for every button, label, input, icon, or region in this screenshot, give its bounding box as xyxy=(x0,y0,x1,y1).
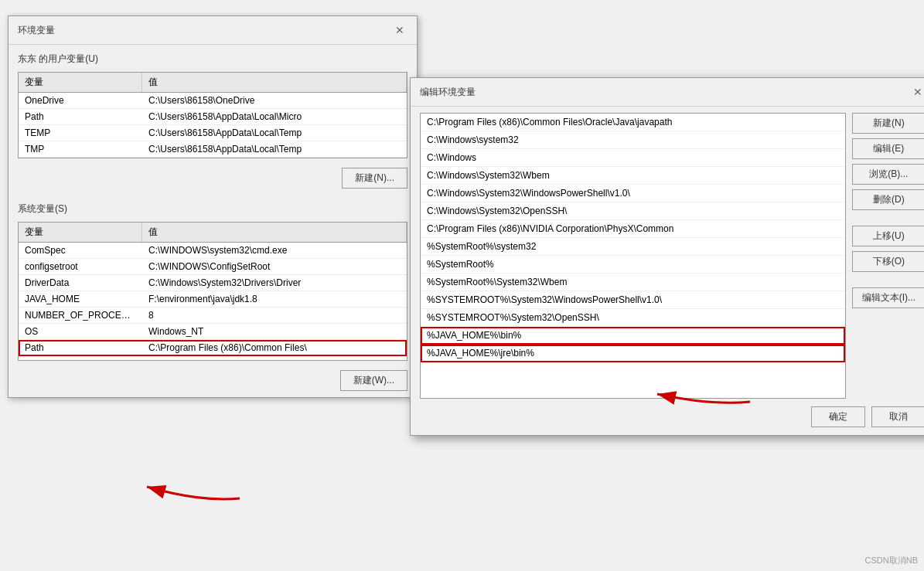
system-row-val: .COM;.EXE;.BAT;.CMD;.VBS;.VBE;.JS;.JS xyxy=(142,356,407,361)
user-table-body: OneDrive C:\Users\86158\OneDrive Path C:… xyxy=(19,93,407,158)
edit-browse-btn[interactable]: 浏览(B)... xyxy=(852,164,924,185)
env-dialog-titlebar: 环境变量 ✕ xyxy=(9,16,417,45)
system-row-var: ComSpec xyxy=(19,243,142,258)
system-table-row[interactable]: configsetroot C:\WINDOWS\ConfigSetRoot xyxy=(19,259,407,275)
system-table-row[interactable]: OS Windows_NT xyxy=(19,324,407,340)
system-section-label: 系统变量(S) xyxy=(9,195,417,219)
env-dialog-title: 环境变量 xyxy=(18,24,55,37)
system-row-val: 8 xyxy=(142,308,407,323)
system-row-val: C:\WINDOWS\system32\cmd.exe xyxy=(142,243,407,258)
system-row-var: Path xyxy=(19,340,142,355)
red-arrow-left xyxy=(108,464,247,510)
edit-path-item[interactable]: C:\Windows\System32\OpenSSH\ xyxy=(421,202,845,220)
user-row-var: TMP xyxy=(19,141,142,157)
user-row-val: C:\Users\86158\AppData\Local\Temp xyxy=(142,125,407,141)
edit-new-btn[interactable]: 新建(N) xyxy=(852,113,924,134)
user-row-val: C:\Users\86158\OneDrive xyxy=(142,93,407,108)
user-new-btn[interactable]: 新建(N)... xyxy=(342,168,407,189)
user-row-var: TEMP xyxy=(19,125,142,141)
edit-path-item[interactable]: C:\Windows\System32\WindowsPowerShell\v1… xyxy=(421,185,845,202)
system-row-val: C:\Program Files (x86)\Common Files\ xyxy=(142,340,407,355)
system-table-body: ComSpec C:\WINDOWS\system32\cmd.exe conf… xyxy=(19,243,407,361)
system-row-val: F:\environment\java\jdk1.8 xyxy=(142,291,407,307)
system-row-var: configsetroot xyxy=(19,259,142,274)
system-row-var: PATHEXT xyxy=(19,356,142,361)
system-new-btn[interactable]: 新建(W)... xyxy=(340,370,407,391)
system-row-val: C:\Windows\System32\Drivers\Driver xyxy=(142,275,407,291)
edit-dialog: 编辑环境变量 ✕ C:\Program Files (x86)\Common F… xyxy=(410,77,924,436)
system-row-var: JAVA_HOME xyxy=(19,291,142,307)
user-table-row[interactable]: OneDrive C:\Users\86158\OneDrive xyxy=(19,93,407,109)
system-dialog-footer: 新建(W)... xyxy=(9,364,417,397)
system-table-row[interactable]: Path C:\Program Files (x86)\Common Files… xyxy=(19,340,407,356)
system-col-var-header: 变量 xyxy=(19,223,142,242)
edit-path-item[interactable]: %SystemRoot%\System32\Wbem xyxy=(421,274,845,291)
system-table-row[interactable]: ComSpec C:\WINDOWS\system32\cmd.exe xyxy=(19,243,407,259)
edit-dialog-close[interactable]: ✕ xyxy=(910,84,924,100)
edit-path-item[interactable]: %SystemRoot%\system32 xyxy=(421,238,845,256)
env-dialog-close[interactable]: ✕ xyxy=(392,22,407,38)
edit-ok-btn[interactable]: 确定 xyxy=(811,406,865,427)
env-dialog: 环境变量 ✕ 东东 的用户变量(U) 变量 值 OneDrive C:\User… xyxy=(8,15,418,398)
edit-path-item[interactable]: C:\Windows\System32\Wbem xyxy=(421,167,845,185)
edit-path-item[interactable]: C:\Program Files (x86)\Common Files\Orac… xyxy=(421,114,845,131)
system-table-row[interactable]: DriverData C:\Windows\System32\Drivers\D… xyxy=(19,275,407,291)
system-table-row[interactable]: PATHEXT .COM;.EXE;.BAT;.CMD;.VBS;.VBE;.J… xyxy=(19,356,407,361)
edit-path-item[interactable]: %SystemRoot% xyxy=(421,256,845,274)
edit-dialog-titlebar: 编辑环境变量 ✕ xyxy=(411,78,924,107)
edit-edittext-btn[interactable]: 编辑文本(I)... xyxy=(852,287,924,308)
edit-movedown-btn[interactable]: 下移(O) xyxy=(852,251,924,272)
system-table-row[interactable]: NUMBER_OF_PROCESSORS 8 xyxy=(19,308,407,324)
edit-path-item[interactable]: C:\Windows\system32 xyxy=(421,131,845,149)
edit-path-item[interactable]: %SYSTEMROOT%\System32\OpenSSH\ xyxy=(421,309,845,327)
user-table-row[interactable]: TMP C:\Users\86158\AppData\Local\Temp xyxy=(19,141,407,158)
edit-moveup-btn[interactable]: 上移(U) xyxy=(852,226,924,246)
user-row-var: OneDrive xyxy=(19,93,142,108)
edit-buttons-panel: 新建(N) 编辑(E) 浏览(B)... 删除(D) 上移(U) 下移(O) 编… xyxy=(852,113,924,399)
edit-path-item[interactable]: %SYSTEMROOT%\System32\WindowsPowerShell\… xyxy=(421,291,845,309)
csdn-watermark: CSDN取消NB xyxy=(865,555,918,566)
user-table-row[interactable]: Path C:\Users\86158\AppData\Local\Micro xyxy=(19,109,407,125)
system-row-var: NUMBER_OF_PROCESSORS xyxy=(19,308,142,323)
edit-path-item[interactable]: %JAVA_HOME%\jre\bin% xyxy=(421,345,845,362)
edit-path-item[interactable]: C:\Windows xyxy=(421,149,845,167)
edit-path-item[interactable]: %JAVA_HOME%\bin% xyxy=(421,327,845,345)
system-table: 变量 值 ComSpec C:\WINDOWS\system32\cmd.exe… xyxy=(18,222,407,361)
user-dialog-footer: 新建(N)... xyxy=(9,161,417,195)
system-table-row[interactable]: JAVA_HOME F:\environment\java\jdk1.8 xyxy=(19,291,407,308)
edit-path-list: C:\Program Files (x86)\Common Files\Orac… xyxy=(420,113,846,399)
user-row-var: Path xyxy=(19,109,142,124)
system-row-var: OS xyxy=(19,324,142,339)
system-row-val: C:\WINDOWS\ConfigSetRoot xyxy=(142,259,407,274)
user-col-val-header: 值 xyxy=(142,73,407,92)
system-row-val: Windows_NT xyxy=(142,324,407,339)
edit-delete-btn[interactable]: 删除(D) xyxy=(852,189,924,210)
user-table: 变量 值 OneDrive C:\Users\86158\OneDrive Pa… xyxy=(18,72,407,158)
edit-dialog-footer: 确定 取消 xyxy=(411,399,924,435)
system-row-var: DriverData xyxy=(19,275,142,291)
edit-edit-btn[interactable]: 编辑(E) xyxy=(852,138,924,159)
system-table-header: 变量 值 xyxy=(19,223,407,243)
user-table-row[interactable]: TEMP C:\Users\86158\AppData\Local\Temp xyxy=(19,125,407,141)
user-table-header: 变量 值 xyxy=(19,73,407,93)
system-col-val-header: 值 xyxy=(142,223,407,242)
edit-cancel-btn[interactable]: 取消 xyxy=(871,406,924,427)
user-section-label: 东东 的用户变量(U) xyxy=(9,45,417,69)
edit-dialog-title: 编辑环境变量 xyxy=(420,86,476,99)
user-row-val: C:\Users\86158\AppData\Local\Micro xyxy=(142,109,407,124)
edit-path-item[interactable]: C:\Program Files (x86)\NVIDIA Corporatio… xyxy=(421,220,845,238)
user-row-val: C:\Users\86158\AppData\Local\Temp xyxy=(142,141,407,157)
user-col-var-header: 变量 xyxy=(19,73,142,92)
